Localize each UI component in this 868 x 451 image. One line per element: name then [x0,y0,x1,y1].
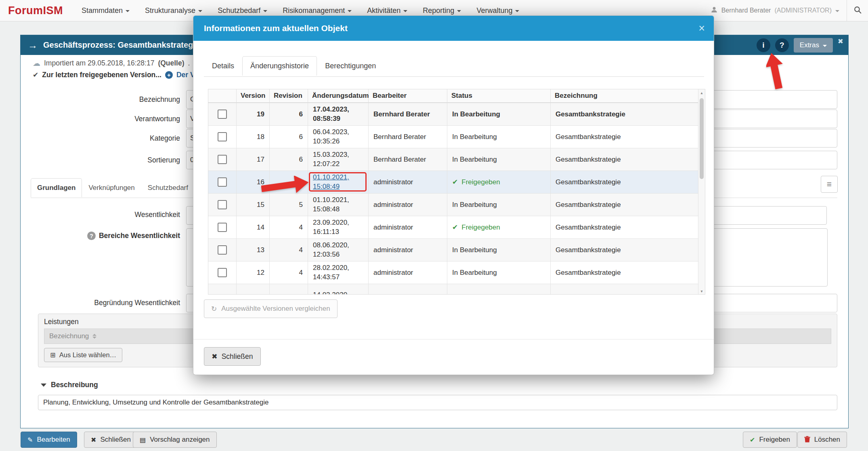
caret-down-icon [457,10,461,12]
status-column-header: Status [447,89,551,102]
version-cell: 14 [237,216,270,238]
choose-from-list-button[interactable]: ⊞ Aus Liste wählen… [44,348,122,362]
menu-reporting[interactable]: Reporting [423,6,461,15]
row-checkbox[interactable] [218,200,227,209]
row-checkbox[interactable] [218,245,227,255]
menu-risikomanagement[interactable]: Risikomanagement [283,6,352,15]
leistungen-column-label: Bezeichnung [49,332,89,340]
scrollbar-thumb[interactable] [700,98,704,179]
bearbeiter-column-header: Bearbeiter [369,89,447,102]
modal-title: Informationen zum aktuellen Objekt [204,23,348,33]
wesentlichkeit-label: Wesentlichkeit [33,211,180,219]
panel-close-icon[interactable]: ✖ [838,37,843,46]
help-button[interactable]: ? [775,38,789,52]
caret-down-icon [348,10,352,12]
vorschlag-anzeigen-button[interactable]: ▤ Vorschlag anzeigen [133,432,217,448]
info-button[interactable]: i [757,38,770,52]
bereiche-label: Bereiche Wesentlichkeit [99,232,180,240]
bezeichnung-cell: Gesamtbankstrategie [551,194,698,216]
modal-tabs: Details Änderungshistorie Berechtigungen [204,56,384,76]
tab-aenderungshistorie[interactable]: Änderungshistorie [242,56,317,76]
row-checkbox[interactable] [218,268,227,277]
close-icon: ✖ [91,436,96,444]
revision-cell: 6 [270,126,308,148]
row-select-cell [208,284,237,295]
date-cell: 15.03.2023,12:07:22 [308,148,369,171]
tab-schutzbedarf[interactable]: Schutzbedarf [141,178,195,197]
sort-carets-icon [92,334,96,339]
date-cell: 08.06.2020,12:03:56 [308,239,369,261]
loeschen-button[interactable]: Löschen [797,432,847,448]
history-row: 19617.04.2023,08:58:39Bernhard BeraterIn… [208,103,705,126]
beschreibung-toggle[interactable]: Beschreibung [41,381,98,389]
caret-down-icon [823,45,827,47]
row-select-cell [208,103,237,125]
tab-grundlagen[interactable]: Grundlagen [31,178,82,197]
sortierung-label: Sortierung [33,156,180,164]
cloud-icon: ☁ [33,59,40,68]
menu-strukturanalyse[interactable]: Strukturanalyse [145,6,202,15]
bearbeiter-cell: administrator [369,194,447,216]
table-scrollbar[interactable]: ▴ ▾ [698,89,705,294]
menu-aktivitaeten[interactable]: Aktivitäten [367,6,407,15]
row-checkbox[interactable] [218,132,227,141]
tab-verknuepfungen[interactable]: Verknüpfungen [82,178,141,197]
history-row: 13408.06.2020,12:03:56administratorIn Be… [208,239,705,261]
bereiche-label-row: ? Bereiche Wesentlichkeit [33,232,180,240]
panel-header-actions: i ? Extras [757,38,833,53]
revision-cell: 6 [270,148,308,171]
row-checkbox[interactable] [218,223,227,232]
modal-close-icon[interactable]: × [698,23,705,34]
brand-logo[interactable]: ForumISM [8,4,63,17]
list-view-button[interactable]: ≡ [821,176,838,193]
user-menu[interactable]: Bernhard Berater (ADMINISTRATOR) [711,6,839,15]
scroll-down-icon[interactable]: ▾ [698,288,705,294]
tab-berechtigungen[interactable]: Berechtigungen [317,56,384,76]
bearbeiten-button[interactable]: ✎ Bearbeiten [21,432,77,448]
modal-tab-underline [204,76,704,77]
bearbeiter-cell: Bernhard Berater [369,103,447,125]
search-icon [853,6,862,16]
user-name: Bernhard Berater [721,7,771,14]
object-info-modal: Informationen zum aktuellen Objekt × Det… [193,15,714,375]
import-source: (Quelle) [158,59,184,67]
date-cell: 23.09.2020,16:11:13 [308,216,369,238]
beschreibung-box[interactable]: Planung, Entwicklung, Umsetzung und Kont… [38,395,837,410]
bezeichnung-cell [551,284,698,295]
proposal-icon: + [165,71,173,79]
bearbeiter-cell [369,284,447,295]
caret-down-icon [403,10,407,12]
tab-details[interactable]: Details [204,56,242,76]
compare-versions-button[interactable]: ↻ Ausgewählte Versionen vergleichen [204,299,338,318]
menu-schutzbedarf[interactable]: Schutzbedarf [218,6,267,15]
collapse-triangle-icon [41,384,46,387]
menu-verwaltung[interactable]: Verwaltung [476,6,519,15]
row-select-cell [208,194,237,216]
menu-stammdaten[interactable]: Stammdaten [82,6,130,15]
panel-tabs: Grundlagen Verknüpfungen Schutzbedarf B [31,178,212,197]
row-checkbox[interactable] [218,177,227,187]
status-cell: In Bearbeitung [447,126,551,148]
status-cell: In Bearbeitung [447,194,551,216]
revision-cell: 5 [270,171,308,193]
version-cell: 16 [237,171,270,193]
modal-footer-divider [193,339,714,339]
freigeben-button[interactable]: ✔ Freigeben [743,432,797,448]
search-button[interactable] [847,0,868,21]
scroll-up-icon[interactable]: ▴ [698,89,705,96]
history-row: 18606.04.2023,10:35:26Bernhard BeraterIn… [208,126,705,148]
help-circle-icon[interactable]: ? [87,232,96,240]
import-text: Importiert am 29.05.2018, 16:28:17 [44,59,154,67]
row-select-cell [208,239,237,261]
date-cell: 06.04.2023,10:35:26 [308,126,369,148]
extras-button[interactable]: Extras [794,38,833,53]
schliessen-button[interactable]: ✖ Schließen [84,432,138,448]
check-icon: ✔ [452,223,458,232]
modal-schliessen-button[interactable]: ✖ Schließen [204,347,261,366]
verantwortung-label: Verantwortung [33,115,180,123]
date-link[interactable]: 01.10.2021,15:08:49 [313,173,349,191]
row-checkbox[interactable] [218,110,227,119]
caret-down-icon [198,10,202,12]
bearbeiter-cell: Bernhard Berater [369,126,447,148]
row-checkbox[interactable] [218,155,227,164]
